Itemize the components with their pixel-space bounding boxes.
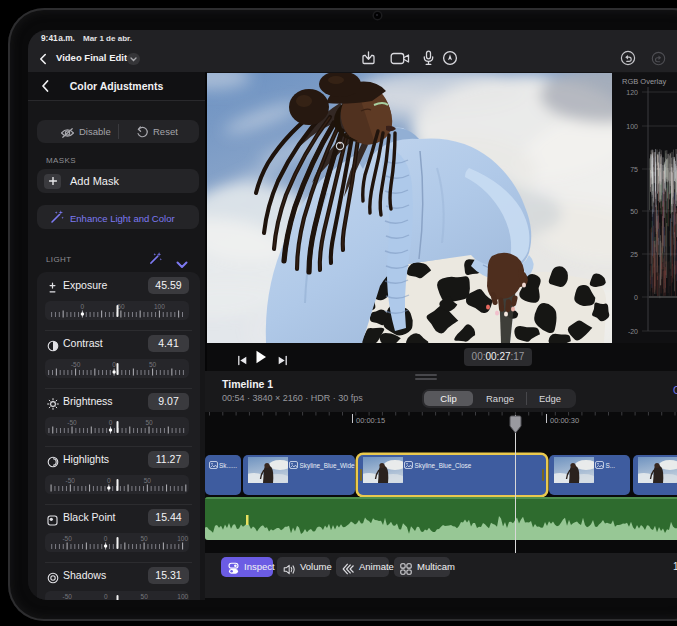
svg-text:0: 0 <box>109 419 113 426</box>
svg-text:50: 50 <box>140 535 148 542</box>
svg-text:0: 0 <box>634 294 638 301</box>
svg-text:0: 0 <box>104 535 108 542</box>
svg-text:0: 0 <box>81 303 85 310</box>
svg-text:50: 50 <box>630 208 638 215</box>
svg-text:50: 50 <box>144 477 152 484</box>
svg-text:50: 50 <box>141 593 149 600</box>
svg-text:-50: -50 <box>66 477 76 484</box>
svg-text:-50: -50 <box>62 535 72 542</box>
svg-text:0: 0 <box>107 477 111 484</box>
svg-text:-50: -50 <box>62 593 72 600</box>
svg-text:50: 50 <box>149 361 157 368</box>
svg-text:100: 100 <box>154 303 165 310</box>
svg-text:25: 25 <box>630 251 638 258</box>
svg-text:-50: -50 <box>67 419 77 426</box>
svg-text:100: 100 <box>177 593 188 600</box>
svg-text:-20: -20 <box>628 328 638 335</box>
svg-text:0: 0 <box>112 361 116 368</box>
svg-text:75: 75 <box>630 166 638 173</box>
svg-text:100: 100 <box>626 123 638 130</box>
svg-text:120: 120 <box>626 89 638 96</box>
svg-text:100: 100 <box>177 535 188 542</box>
svg-text:-50: -50 <box>71 361 81 368</box>
svg-text:0: 0 <box>104 593 108 600</box>
svg-text:50: 50 <box>145 419 153 426</box>
